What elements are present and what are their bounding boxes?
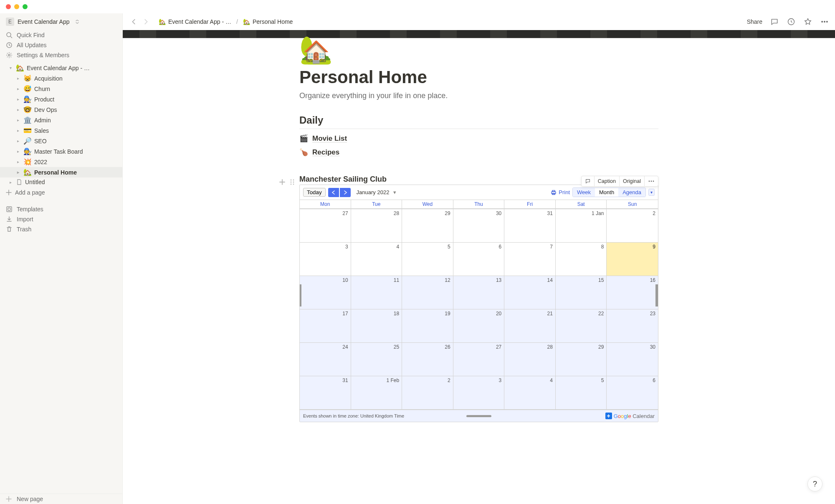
- calendar-day-cell[interactable]: 13: [453, 276, 505, 309]
- calendar-day-cell[interactable]: 1 Feb: [351, 376, 402, 410]
- calendar-day-cell[interactable]: 6: [607, 376, 658, 410]
- calendar-day-cell[interactable]: 29: [402, 209, 453, 243]
- page-title[interactable]: Personal Home: [299, 67, 658, 87]
- calendar-day-cell[interactable]: 15: [556, 276, 607, 309]
- calendar-day-cell[interactable]: 2: [607, 209, 658, 243]
- close-window-button[interactable]: [6, 4, 11, 9]
- calendar-day-cell[interactable]: 9: [607, 243, 658, 276]
- chevron-right-icon[interactable]: ▸: [15, 76, 21, 81]
- calendar-day-cell[interactable]: 31: [300, 376, 351, 410]
- calendar-print-button[interactable]: Print: [550, 189, 570, 196]
- calendar-day-cell[interactable]: 12: [402, 276, 453, 309]
- calendar-day-cell[interactable]: 14: [504, 276, 556, 309]
- google-calendar-badge[interactable]: + Google Calendar: [605, 413, 655, 419]
- page-link-movie-list[interactable]: 🎬 Movie List: [299, 134, 658, 143]
- sidebar-item-personal-home[interactable]: ▸🏡Personal Home: [0, 167, 122, 177]
- chevron-right-icon[interactable]: ▸: [15, 128, 21, 133]
- chevron-right-icon[interactable]: ▸: [8, 180, 13, 185]
- calendar-day-cell[interactable]: 6: [453, 243, 505, 276]
- section-heading-daily[interactable]: Daily: [299, 114, 658, 129]
- calendar-day-cell[interactable]: 3: [300, 243, 351, 276]
- embed-side-handle[interactable]: [300, 284, 301, 306]
- zoom-window-button[interactable]: [23, 4, 28, 9]
- calendar-day-cell[interactable]: 4: [351, 243, 402, 276]
- sidebar-item-product[interactable]: ▸🧑‍🔧Product: [0, 94, 122, 104]
- calendar-day-cell[interactable]: 28: [504, 343, 556, 376]
- sidebar-item-2022[interactable]: ▸💥2022: [0, 157, 122, 167]
- chevron-right-icon[interactable]: ▸: [15, 160, 21, 164]
- calendar-day-cell[interactable]: 27: [453, 343, 505, 376]
- calendar-month-label[interactable]: January 2022 ▾: [357, 189, 396, 195]
- embed-comment-button[interactable]: [582, 176, 595, 186]
- chevron-right-icon[interactable]: ▸: [15, 107, 21, 112]
- chevron-right-icon[interactable]: ▸: [15, 86, 21, 91]
- chevron-down-icon[interactable]: ▾: [648, 189, 655, 196]
- sidebar-untitled-page[interactable]: ▸ Untitled: [0, 177, 122, 187]
- new-page-button[interactable]: New page: [0, 494, 122, 504]
- calendar-day-cell[interactable]: 27: [300, 209, 351, 243]
- chevron-right-icon[interactable]: ▸: [15, 118, 21, 122]
- templates-button[interactable]: Templates: [0, 204, 122, 214]
- sidebar-item-seo[interactable]: ▸🔎SEO: [0, 136, 122, 146]
- sidebar-item-dev-ops[interactable]: ▸🤓Dev Ops: [0, 104, 122, 115]
- calendar-day-cell[interactable]: 16: [607, 276, 658, 309]
- quick-find[interactable]: Quick Find: [0, 30, 122, 40]
- calendar-day-cell[interactable]: 20: [453, 309, 505, 343]
- calendar-next-button[interactable]: [340, 188, 351, 197]
- calendar-day-cell[interactable]: 4: [504, 376, 556, 410]
- minimize-window-button[interactable]: [14, 4, 19, 9]
- help-button[interactable]: ?: [807, 476, 822, 491]
- calendar-day-cell[interactable]: 26: [402, 343, 453, 376]
- calendar-day-cell[interactable]: 10: [300, 276, 351, 309]
- chevron-right-icon[interactable]: ▸: [15, 149, 21, 154]
- more-icon[interactable]: [820, 17, 829, 26]
- calendar-day-cell[interactable]: 22: [556, 309, 607, 343]
- sidebar-tree-root[interactable]: ▾ 🏡 Event Calendar App - …: [0, 63, 122, 73]
- calendar-day-cell[interactable]: 30: [453, 209, 505, 243]
- calendar-prev-button[interactable]: [328, 188, 339, 197]
- sidebar-item-admin[interactable]: ▸🏛️Admin: [0, 115, 122, 125]
- nav-forward-button[interactable]: [141, 17, 150, 26]
- calendar-day-cell[interactable]: 30: [607, 343, 658, 376]
- favorite-icon[interactable]: [803, 17, 812, 26]
- calendar-day-cell[interactable]: 31: [504, 209, 556, 243]
- calendar-day-cell[interactable]: 29: [556, 343, 607, 376]
- calendar-day-cell[interactable]: 23: [607, 309, 658, 343]
- calendar-day-cell[interactable]: 28: [351, 209, 402, 243]
- calendar-day-cell[interactable]: 5: [556, 376, 607, 410]
- share-button[interactable]: Share: [747, 18, 762, 25]
- calendar-day-cell[interactable]: 5: [402, 243, 453, 276]
- calendar-day-cell[interactable]: 8: [556, 243, 607, 276]
- chevron-down-icon[interactable]: ▾: [8, 66, 13, 70]
- calendar-today-button[interactable]: Today: [303, 188, 326, 197]
- add-block-button[interactable]: [278, 177, 287, 187]
- sidebar-item-churn[interactable]: ▸😅Churn: [0, 84, 122, 94]
- add-page-button[interactable]: Add a page: [0, 187, 122, 198]
- calendar-day-cell[interactable]: 19: [402, 309, 453, 343]
- breadcrumb-item[interactable]: 🏡 Personal Home: [241, 18, 295, 26]
- calendar-day-cell[interactable]: 18: [351, 309, 402, 343]
- sidebar-item-acquisition[interactable]: ▸😸Acquisition: [0, 73, 122, 84]
- calendar-day-cell[interactable]: 7: [504, 243, 556, 276]
- calendar-day-cell[interactable]: 1 Jan: [556, 209, 607, 243]
- page-emoji[interactable]: 🏡: [299, 34, 658, 66]
- drag-handle-icon[interactable]: [288, 177, 297, 187]
- page-link-recipes[interactable]: 🍗 Recipes: [299, 148, 658, 157]
- trash-button[interactable]: Trash: [0, 224, 122, 234]
- embed-original-button[interactable]: Original: [620, 176, 645, 186]
- chevron-right-icon[interactable]: ▸: [15, 139, 21, 143]
- calendar-view-week[interactable]: Week: [573, 188, 595, 197]
- sidebar-item-master-task-board[interactable]: ▸🧑‍🔧Master Task Board: [0, 146, 122, 157]
- sidebar-item-sales[interactable]: ▸💳Sales: [0, 125, 122, 136]
- calendar-day-cell[interactable]: 2: [402, 376, 453, 410]
- embed-resize-handle[interactable]: [466, 415, 491, 417]
- updates-icon[interactable]: [787, 17, 796, 26]
- calendar-view-agenda[interactable]: Agenda: [618, 188, 645, 197]
- nav-back-button[interactable]: [129, 17, 139, 26]
- page-subtitle[interactable]: Organize everything in your life in one …: [299, 91, 658, 100]
- all-updates[interactable]: All Updates: [0, 40, 122, 50]
- chevron-right-icon[interactable]: ▸: [15, 170, 21, 175]
- chevron-right-icon[interactable]: ▸: [15, 97, 21, 101]
- calendar-day-cell[interactable]: 17: [300, 309, 351, 343]
- embed-caption-button[interactable]: Caption: [595, 176, 620, 186]
